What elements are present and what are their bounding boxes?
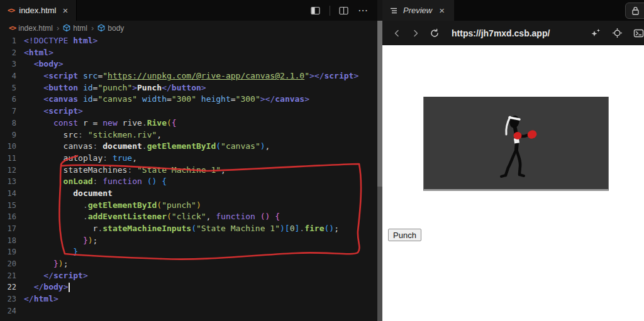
line-number: 20: [0, 258, 24, 270]
line-number: 17: [0, 223, 24, 235]
breadcrumb-body-label: body: [108, 24, 124, 33]
code-editor[interactable]: 1<!DOCTYPE html>2<html>3 <body>4 <script…: [0, 35, 377, 317]
line-number: 8: [0, 117, 24, 129]
code-line[interactable]: 15 .getElementById("punch"): [0, 200, 377, 212]
code-line[interactable]: 24: [0, 305, 377, 317]
code-line[interactable]: 1<!DOCTYPE html>: [0, 35, 377, 47]
code-line[interactable]: 11 autoplay: true,: [0, 153, 377, 165]
stickman-boxer: [424, 97, 608, 189]
code-line[interactable]: 3 <body>: [0, 58, 377, 70]
code-line[interactable]: 7 <script>: [0, 106, 377, 117]
code-line[interactable]: 8 const r = new rive.Rive({: [0, 117, 377, 129]
inspect-button[interactable]: [612, 28, 623, 38]
toolbar-right-icons: [591, 28, 644, 38]
line-number: 18: [0, 235, 24, 247]
code-line[interactable]: 16 .addEventListener("click", function (…: [0, 211, 377, 223]
code-line[interactable]: 10 canvas: document.getElementById("canv…: [0, 141, 377, 153]
breadcrumb-body[interactable]: body: [97, 24, 124, 33]
lock-button[interactable]: [625, 3, 644, 19]
tab-preview[interactable]: Preview ×: [382, 0, 454, 21]
browser-toolbar: https://jh7mxd.csb.app/: [382, 21, 644, 45]
breadcrumb-file-label: index.html: [18, 24, 53, 33]
line-number: 3: [0, 58, 24, 70]
code-line[interactable]: 2<html>: [0, 47, 377, 59]
preview-tab-bar: Preview ×: [382, 0, 644, 21]
breadcrumb: <> index.html › html › body: [0, 21, 377, 35]
sparkles-icon: [591, 28, 601, 38]
code-line[interactable]: 22 </body>: [0, 281, 377, 293]
punch-button[interactable]: Punch: [388, 229, 421, 241]
line-number: 11: [0, 153, 24, 165]
code-line[interactable]: 20 });: [0, 258, 377, 270]
url-bar[interactable]: https://jh7mxd.csb.app/: [452, 28, 550, 38]
crosshair-icon: [612, 28, 623, 38]
more-actions-icon[interactable]: ⋯: [358, 4, 369, 16]
code-line[interactable]: 12 stateMachines: "State Machine 1",: [0, 165, 377, 177]
line-number: 24: [0, 305, 24, 317]
editor-tab-actions: ⋯: [311, 0, 377, 21]
forward-button[interactable]: [406, 29, 425, 38]
line-number: 15: [0, 200, 24, 212]
line-number: 9: [0, 129, 24, 141]
panel-divider[interactable]: [377, 21, 382, 321]
code-line[interactable]: 5 <button id="punch">Punch</button>: [0, 82, 377, 94]
refresh-button[interactable]: [425, 28, 444, 38]
forward-icon: [411, 29, 420, 38]
code-line[interactable]: 13 onLoad: function () {: [0, 176, 377, 188]
code-line[interactable]: 18 });: [0, 235, 377, 247]
line-number: 16: [0, 211, 24, 223]
tab-label: index.html: [19, 6, 56, 15]
breadcrumb-html[interactable]: html: [63, 24, 87, 33]
back-button[interactable]: [387, 29, 406, 38]
close-preview-icon[interactable]: ×: [437, 5, 447, 16]
preview-pane: Preview × https://jh7mxd.csb.app/: [382, 0, 644, 321]
toggle-sidebar-icon[interactable]: [311, 6, 321, 15]
code-line[interactable]: 9 src: "stickmen.riv",: [0, 129, 377, 141]
close-tab-icon[interactable]: ×: [61, 5, 70, 16]
line-number: 7: [0, 106, 24, 117]
lock-icon: [631, 6, 640, 16]
editor-pane: <> index.html × ⋯ <> index.html ›: [0, 0, 377, 321]
scrollbar-thumb[interactable]: [377, 21, 382, 187]
code-line[interactable]: 14 document: [0, 188, 377, 200]
breadcrumb-html-label: html: [73, 24, 87, 33]
code-line[interactable]: 4 <script src="https://unpkg.com/@rive-a…: [0, 70, 377, 82]
text-cursor: [69, 283, 70, 292]
symbol-cube-icon: [63, 24, 70, 32]
rive-canvas[interactable]: [423, 97, 609, 191]
html-file-icon: <>: [9, 24, 16, 32]
line-number: 5: [0, 82, 24, 94]
tab-index-html[interactable]: <> index.html ×: [0, 0, 77, 21]
line-number: 21: [0, 270, 24, 282]
code-line[interactable]: 23</html>: [0, 293, 377, 305]
chevron-right-icon: ›: [57, 23, 59, 33]
line-number: 1: [0, 35, 24, 47]
code-line[interactable]: 17 r.stateMachineInputs("State Machine 1…: [0, 223, 377, 235]
code-line[interactable]: 6 <canvas id="canvas" width="300" height…: [0, 94, 377, 106]
split-editor-icon[interactable]: [339, 6, 349, 15]
html-file-icon: <>: [8, 6, 14, 14]
editor-tab-bar: <> index.html × ⋯: [0, 0, 377, 21]
line-number: 23: [0, 293, 24, 305]
app-window: <> index.html × ⋯ <> index.html ›: [0, 0, 644, 321]
line-number: 4: [0, 70, 24, 82]
code-line[interactable]: 21 </script>: [0, 270, 377, 282]
preview-tab-label: Preview: [403, 6, 432, 15]
line-number: 12: [0, 165, 24, 177]
terminal-button[interactable]: [633, 28, 644, 38]
terminal-icon: [633, 28, 644, 38]
line-number: 2: [0, 47, 24, 59]
code-line[interactable]: 19 }: [0, 246, 377, 258]
line-number: 6: [0, 94, 24, 106]
line-number: 22: [0, 281, 24, 293]
chevron-right-icon: ›: [91, 23, 94, 33]
preview-viewport: Punch: [382, 45, 644, 321]
breadcrumb-file[interactable]: <> index.html: [9, 24, 53, 33]
divider-line: [330, 6, 330, 16]
sparkles-button[interactable]: [591, 28, 601, 38]
back-icon: [392, 29, 401, 38]
symbol-cube-icon: [97, 24, 105, 32]
line-number: 10: [0, 141, 24, 153]
line-number: 14: [0, 188, 24, 200]
line-number: 13: [0, 176, 24, 188]
